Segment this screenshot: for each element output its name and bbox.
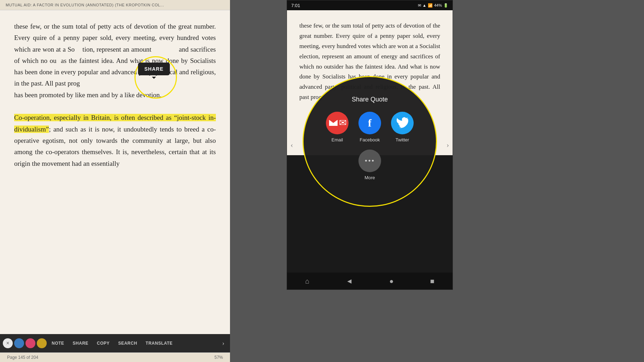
message-icon: ✉ — [418, 3, 421, 8]
email-label: Email — [332, 137, 343, 142]
battery-level: 44% — [434, 3, 442, 7]
left-footer: Page 145 of 204 57% — [0, 352, 230, 362]
share-circle-dialog: Share Quote ✉ Email — [303, 76, 437, 207]
twitter-icon-circle — [391, 112, 414, 134]
facebook-label: Facebook — [360, 137, 380, 142]
facebook-icon: f — [368, 117, 372, 129]
more-dots-icon: ••• — [364, 156, 375, 165]
share-email-item[interactable]: ✉ Email — [326, 112, 349, 142]
more-label: More — [364, 175, 375, 180]
phone-left-arrow[interactable]: ‹ — [291, 140, 293, 150]
right-panel: 7:01 ✉ ▲ 📶 44% 🔋 these few, or the sum t… — [287, 0, 644, 362]
page-percentage: 57% — [214, 355, 223, 360]
wifi-icon: ▲ — [422, 3, 426, 7]
share-dialog-title: Share Quote — [352, 96, 388, 103]
facebook-icon-circle: f — [358, 112, 381, 134]
color-gold-button[interactable] — [37, 338, 47, 348]
search-button[interactable]: SEARCH — [115, 339, 141, 348]
recents-nav-button[interactable]: ● — [389, 277, 393, 285]
phone-time: 7:01 — [291, 3, 300, 8]
left-book-content: SHARE these few, or the sum total of pet… — [0, 10, 230, 334]
phone-status-bar: 7:01 ✉ ▲ 📶 44% 🔋 — [287, 0, 453, 10]
left-panel: MUTUAL AID: A FACTOR IN EVOLUTION (ANNOT… — [0, 0, 230, 362]
phone-nav-bar: ⌂ ◄ ● ■ — [287, 273, 453, 290]
email-symbol: ✉ — [339, 117, 347, 128]
book-title-header: MUTUAL AID: A FACTOR IN EVOLUTION (ANNOT… — [0, 0, 230, 10]
share-twitter-item[interactable]: Twitter — [391, 112, 414, 142]
color-blue-button[interactable] — [14, 338, 24, 348]
overview-nav-button[interactable]: ■ — [430, 277, 434, 285]
email-icon — [328, 117, 339, 129]
back-nav-button[interactable]: ◄ — [346, 277, 353, 285]
book-text-left: these few, or the sum total of petty act… — [14, 21, 216, 169]
book-text-para1: these few, or the sum total of petty act… — [14, 23, 216, 87]
share-icons-row-top: ✉ Email f Facebook — [326, 112, 414, 142]
share-icons-row-bottom: ••• More — [358, 150, 381, 180]
middle-spacer — [230, 0, 287, 362]
more-icon-circle: ••• — [358, 150, 381, 172]
twitter-icon — [396, 117, 408, 129]
book-text-para1b: has been promoted by like men and by a l… — [14, 91, 161, 99]
share-facebook-item[interactable]: f Facebook — [358, 112, 381, 142]
share-tooltip-bubble[interactable]: SHARE — [138, 63, 170, 75]
home-nav-button[interactable]: ⌂ — [305, 277, 310, 285]
annotation-toolbar: × NOTE SHARE COPY SEARCH TRANSLATE › — [0, 334, 230, 352]
page-info: Page 145 of 204 — [7, 355, 38, 360]
share-more-item[interactable]: ••• More — [358, 150, 381, 180]
phone-right-arrow[interactable]: › — [447, 140, 449, 150]
battery-icon: 🔋 — [443, 3, 448, 8]
copy-button[interactable]: COPY — [93, 339, 113, 348]
color-pink-button[interactable] — [25, 338, 35, 348]
phone-screen: 7:01 ✉ ▲ 📶 44% 🔋 these few, or the sum t… — [287, 0, 453, 290]
twitter-label: Twitter — [396, 137, 409, 142]
phone-status-icons: ✉ ▲ 📶 44% 🔋 — [418, 3, 448, 8]
share-tooltip-container: SHARE — [138, 63, 170, 75]
note-button[interactable]: NOTE — [48, 339, 68, 348]
share-quote-overlay: Share Quote ✉ Email — [287, 10, 453, 273]
email-icon-circle: ✉ — [326, 112, 349, 134]
signal-icon: 📶 — [428, 3, 433, 8]
toolbar-more-arrow[interactable]: › — [219, 338, 227, 349]
close-button[interactable]: × — [3, 338, 13, 348]
translate-button[interactable]: TRANSLATE — [142, 339, 176, 348]
share-button[interactable]: SHARE — [69, 339, 92, 348]
